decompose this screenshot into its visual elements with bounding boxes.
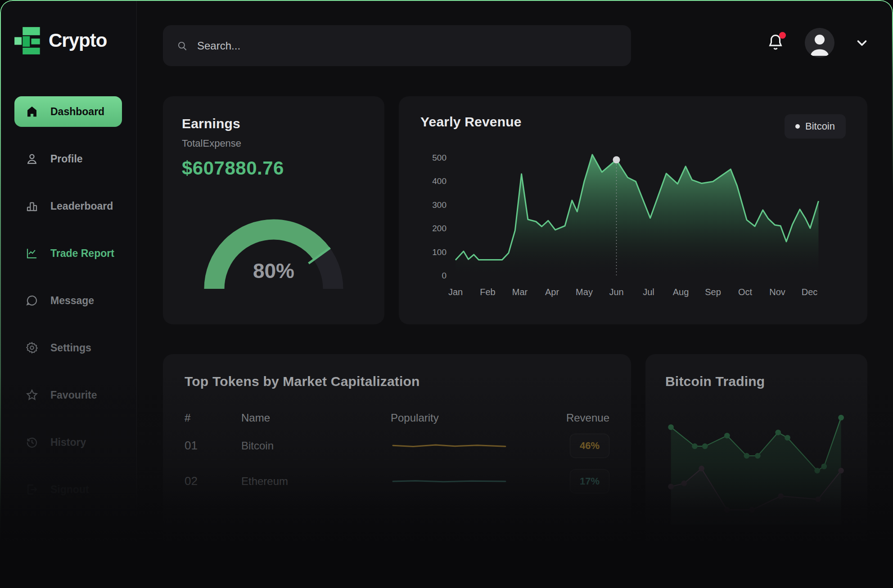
- tokens-title: Top Tokens by Market Capitalization: [185, 374, 609, 389]
- svg-text:80%: 80%: [253, 259, 294, 283]
- sidebar-item-dashboard[interactable]: Dashboard: [14, 96, 122, 127]
- legend-label: Bitcoin: [805, 121, 835, 132]
- col-rank: #: [185, 412, 241, 424]
- earnings-amount: $607880.76: [182, 157, 365, 179]
- brand-logo-icon: [14, 26, 42, 55]
- svg-text:Dec: Dec: [802, 287, 818, 297]
- earnings-gauge-chart: 80%: [190, 201, 357, 296]
- topbar-actions: [767, 28, 870, 58]
- brand-logo: Crypto: [0, 0, 136, 55]
- sidebar-item-label: Leaderboard: [50, 200, 113, 212]
- tokens-table-header: # Name Popularity Revenue: [185, 408, 609, 428]
- legend-dot-icon: [795, 124, 800, 129]
- svg-text:May: May: [576, 287, 593, 297]
- svg-text:Aug: Aug: [673, 287, 689, 297]
- svg-text:Apr: Apr: [545, 287, 559, 297]
- svg-text:200: 200: [432, 224, 446, 233]
- svg-text:Mar: Mar: [512, 287, 528, 297]
- svg-text:0: 0: [442, 271, 446, 280]
- search-input[interactable]: [197, 40, 557, 52]
- star-icon: [25, 388, 39, 402]
- svg-text:Feb: Feb: [480, 287, 495, 297]
- sidebar-item-label: Dashboard: [50, 106, 104, 118]
- earnings-subtitle: TotalExpense: [182, 138, 365, 149]
- avatar[interactable]: [805, 28, 834, 58]
- top-cards-row: Earnings TotalExpense $607880.76 80% Yea…: [163, 96, 867, 324]
- svg-text:500: 500: [432, 153, 446, 162]
- main-area: Earnings TotalExpense $607880.76 80% Yea…: [137, 0, 893, 588]
- table-row[interactable]: 01 Bitcoin 46%: [185, 428, 609, 463]
- sidebar-item-label: History: [50, 436, 86, 449]
- token-rank: 01: [185, 439, 241, 453]
- sidebar-item-settings[interactable]: Settings: [14, 332, 122, 363]
- brand-name: Crypto: [49, 30, 107, 51]
- svg-text:Oct: Oct: [738, 287, 753, 297]
- sidebar: Crypto Dashboard Profile Leaderboard: [0, 0, 137, 588]
- col-revenue: Revenue: [555, 412, 609, 424]
- token-rank: 02: [185, 474, 241, 488]
- col-name: Name: [241, 412, 391, 424]
- bitcoin-trading-card: Bitcoin Trading: [645, 354, 867, 566]
- notifications-button[interactable]: [767, 33, 785, 53]
- sidebar-item-trade-report[interactable]: Trade Report: [14, 238, 122, 269]
- sidebar-item-profile[interactable]: Profile: [14, 144, 122, 174]
- svg-text:300: 300: [432, 200, 446, 210]
- svg-text:Sep: Sep: [705, 287, 721, 297]
- trade-report-icon: [25, 247, 39, 260]
- token-revenue-badge: 17%: [570, 469, 609, 494]
- message-icon: [25, 294, 39, 307]
- sidebar-item-message[interactable]: Message: [14, 285, 122, 316]
- revenue-title: Yearly Revenue: [420, 114, 522, 130]
- search-icon: [176, 40, 188, 52]
- sidebar-item-label: Settings: [50, 342, 91, 354]
- sidebar-item-leaderboard[interactable]: Leaderboard: [14, 191, 122, 221]
- sidebar-item-label: Message: [50, 295, 94, 307]
- user-icon: [25, 152, 39, 166]
- svg-text:400: 400: [432, 176, 446, 186]
- sidebar-item-favourite[interactable]: Favourite: [14, 380, 122, 410]
- history-icon: [25, 435, 39, 449]
- yearly-revenue-chart: 5004003002001000JanFebMarAprMayJunJulAug…: [420, 152, 846, 305]
- sidebar-item-label: Signout: [50, 484, 89, 496]
- sidebar-item-label: Trade Report: [50, 247, 114, 260]
- svg-text:100: 100: [432, 247, 446, 257]
- yearly-revenue-card: Yearly Revenue Bitcoin 5004003002001000J…: [399, 96, 867, 324]
- notification-dot: [779, 32, 786, 39]
- token-name: Bitcoin: [241, 440, 391, 452]
- svg-text:Nov: Nov: [769, 287, 785, 297]
- svg-text:Jul: Jul: [643, 287, 654, 297]
- table-row[interactable]: 02 Ethereum 17%: [185, 463, 609, 499]
- token-revenue-badge: 46%: [570, 434, 609, 458]
- token-popularity-sparkline: [391, 472, 508, 490]
- sidebar-item-history[interactable]: History: [14, 427, 122, 458]
- svg-text:Jun: Jun: [609, 287, 623, 297]
- token-popularity-sparkline: [391, 437, 508, 455]
- sidebar-item-label: Profile: [50, 153, 83, 165]
- search-bar[interactable]: [163, 25, 631, 66]
- sidebar-item-signout[interactable]: Signout: [14, 474, 122, 505]
- app-root: Crypto Dashboard Profile Leaderboard: [0, 0, 893, 588]
- bitcoin-trading-chart: [665, 396, 848, 536]
- chevron-down-icon[interactable]: [854, 35, 870, 50]
- token-name: Ethereum: [241, 475, 391, 488]
- col-popularity: Popularity: [391, 412, 555, 424]
- bottom-cards-row: Top Tokens by Market Capitalization # Na…: [163, 354, 867, 566]
- top-tokens-card: Top Tokens by Market Capitalization # Na…: [163, 354, 631, 566]
- trading-title: Bitcoin Trading: [665, 374, 848, 389]
- sidebar-item-label: Favourite: [50, 389, 97, 401]
- settings-icon: [25, 341, 39, 355]
- leaderboard-icon: [25, 199, 39, 213]
- sidebar-nav: Dashboard Profile Leaderboard Trade Repo…: [0, 96, 136, 505]
- svg-text:Jan: Jan: [448, 287, 463, 297]
- revenue-legend-chip[interactable]: Bitcoin: [785, 114, 846, 139]
- home-icon: [25, 105, 39, 118]
- signout-icon: [25, 483, 39, 496]
- earnings-title: Earnings: [182, 116, 365, 131]
- earnings-card: Earnings TotalExpense $607880.76 80%: [163, 96, 384, 324]
- avatar-person-icon: [805, 28, 834, 58]
